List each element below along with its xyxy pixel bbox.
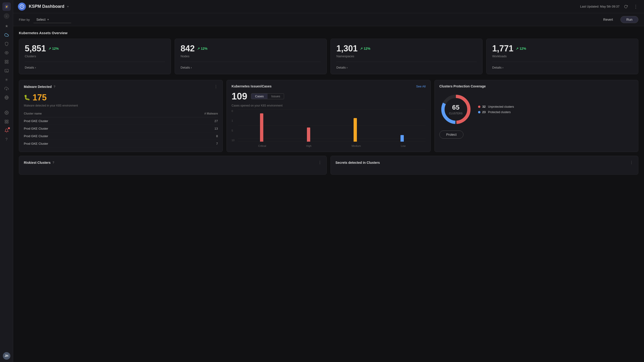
- nav-icon-shield[interactable]: [3, 40, 10, 48]
- secrets-more-button[interactable]: ⋮: [630, 160, 634, 165]
- malware-table-row: Prod GKE Cluster7: [24, 140, 218, 148]
- nav-icon-eye[interactable]: [3, 49, 10, 56]
- kubernetes-assets-title: Kubernetes Assets Overview: [19, 31, 638, 35]
- dashboard-icon: [18, 2, 26, 10]
- bar-critical: [260, 113, 263, 142]
- asset-clusters-name: Clusters: [25, 54, 165, 58]
- bar-high: [307, 128, 310, 142]
- svg-rect-4: [7, 60, 8, 61]
- donut-center-number: 65: [449, 104, 462, 111]
- tab-issues[interactable]: Issues: [268, 94, 284, 99]
- title-chevron[interactable]: ▾: [67, 5, 68, 8]
- malware-count-cell: 7: [148, 140, 218, 148]
- nodes-trend: ↗ 12%: [197, 47, 208, 50]
- card-divider: [25, 62, 165, 62]
- x-label-low: Low: [401, 144, 406, 147]
- asset-workloads-name: Workloads: [492, 54, 632, 58]
- card-divider: [492, 62, 632, 62]
- asset-card-clusters: 5,851 ↗ 12% Clusters Details ›: [19, 39, 171, 74]
- asset-card-workloads: 1,771 ↗ 12% Workloads Details ›: [486, 39, 638, 74]
- protected-count: 23: [482, 110, 486, 114]
- nav-icon-grid[interactable]: [3, 118, 10, 126]
- legend-item-protected: 23 Protected clusters: [478, 110, 514, 114]
- nodes-details-link[interactable]: Details ›: [180, 66, 321, 69]
- chart-x-labels: Critical High Medium Low: [238, 144, 426, 147]
- k8s-issues-panel: Kubernetes Issues\Cases See All 109 Case…: [226, 80, 430, 152]
- malware-bug-icon: 🐛: [24, 94, 30, 101]
- secrets-header: Secrets detected in Clusters ⋮: [336, 160, 634, 165]
- clusters-trend: ↗ 12%: [48, 47, 59, 50]
- run-button[interactable]: Run: [620, 16, 638, 23]
- x-label-critical: Critical: [258, 144, 266, 147]
- nav-icon-puzzle[interactable]: [3, 58, 10, 66]
- top-bar: KSPM Dashboard ▾ Last Updated: May 5th 0…: [13, 0, 644, 13]
- unprotected-label: Unprotected clusters: [488, 105, 514, 108]
- nav-icon-terminal[interactable]: [3, 67, 10, 74]
- riskiest-clusters-header: Riskiest Clusters ? ⋮: [24, 160, 322, 165]
- svg-rect-17: [7, 122, 8, 123]
- nav-icon-settings[interactable]: [3, 109, 10, 116]
- svg-rect-6: [7, 62, 8, 64]
- workloads-details-link[interactable]: Details ›: [492, 66, 632, 69]
- assets-grid: 5,851 ↗ 12% Clusters Details › 842 ↗ 12%…: [19, 39, 638, 74]
- namespaces-trend: ↗ 12%: [360, 47, 370, 50]
- asset-namespaces-value: 1,301 ↗ 12%: [336, 44, 477, 54]
- nav-icon-cloud[interactable]: [3, 31, 10, 39]
- bar-chart: 10 5 1 0: [232, 110, 426, 147]
- sidebar-expand-button[interactable]: ›: [4, 13, 10, 19]
- svg-rect-14: [5, 120, 6, 121]
- asset-workloads-value: 1,771 ↗ 12%: [492, 44, 632, 54]
- nav-icon-home[interactable]: ★: [3, 22, 10, 30]
- asset-nodes-name: Nodes: [180, 54, 321, 58]
- tab-cases[interactable]: Cases: [251, 94, 268, 99]
- k8s-issues-header: Kubernetes Issues\Cases See All: [232, 84, 426, 88]
- see-all-link[interactable]: See All: [416, 84, 426, 88]
- riskiest-clusters-panel: Riskiest Clusters ? ⋮: [19, 156, 327, 175]
- revert-button[interactable]: Revert: [600, 16, 617, 23]
- unprotected-count: 32: [482, 105, 486, 108]
- dashboard-body: Kubernetes Assets Overview 5,851 ↗ 12% C…: [13, 26, 644, 362]
- malware-panel: Malware Detected ? ⋮ 🐛 175 Malware detec…: [19, 80, 223, 152]
- protected-label: Protected clusters: [488, 110, 510, 114]
- filter-bar: Filter by Select ▾ Revert Run: [13, 13, 644, 26]
- riskiest-more-button[interactable]: ⋮: [318, 160, 322, 165]
- malware-more-button[interactable]: ⋮: [214, 84, 218, 89]
- riskiest-help-icon[interactable]: ?: [52, 161, 54, 164]
- clusters-details-link[interactable]: Details ›: [25, 66, 165, 69]
- nav-icon-download[interactable]: [3, 85, 10, 92]
- refresh-button[interactable]: [622, 3, 630, 10]
- filter-select-dropdown[interactable]: Select ▾: [34, 16, 71, 23]
- x-label-high: High: [306, 144, 312, 147]
- svg-rect-5: [5, 62, 6, 64]
- coverage-panel: Clusters Protection Coverage: [434, 80, 638, 152]
- k8s-issues-title: Kubernetes Issues\Cases: [232, 84, 272, 88]
- asset-card-nodes: 842 ↗ 12% Nodes Details ›: [175, 39, 327, 74]
- legend-dot-unprotected: [478, 106, 480, 108]
- coverage-content: 65 CLUSTERS 32 Unprotected clusters: [440, 93, 634, 126]
- donut-center-subtitle: CLUSTERS: [449, 112, 462, 115]
- malware-table-row: Prod GKE Cluster13: [24, 125, 218, 132]
- legend-items: 32 Unprotected clusters 23 Protected clu…: [478, 105, 514, 114]
- malware-count-cell: 27: [148, 117, 218, 125]
- last-updated-value: May 5th 09:37: [600, 5, 620, 8]
- malware-cluster-name: Prod GKE Cluster: [24, 117, 148, 125]
- app-logo[interactable]: ⚡: [2, 2, 11, 11]
- secrets-panel: Secrets detected in Clusters ⋮: [330, 156, 638, 175]
- malware-cluster-name: Prod GKE Cluster: [24, 132, 148, 140]
- protect-button[interactable]: Protect: [440, 130, 464, 138]
- nav-icon-help[interactable]: ?: [3, 136, 10, 143]
- nav-icon-bell[interactable]: [3, 127, 10, 134]
- more-options-button[interactable]: ⋮: [632, 3, 639, 10]
- bar-high-bar: [307, 128, 310, 142]
- bar-medium-bar: [354, 118, 357, 142]
- malware-help-icon[interactable]: ?: [54, 85, 56, 88]
- bar-low: [400, 135, 404, 142]
- user-avatar[interactable]: JH: [3, 352, 10, 360]
- nav-icon-globe[interactable]: [3, 94, 10, 101]
- malware-count-column-header: # Malware: [148, 111, 218, 117]
- bar-critical-bar: [260, 113, 263, 142]
- namespaces-details-link[interactable]: Details ›: [336, 66, 477, 69]
- donut-center: 65 CLUSTERS: [449, 104, 462, 115]
- nav-icon-asterisk[interactable]: ✳: [3, 76, 10, 84]
- malware-count-row: 🐛 175: [24, 92, 218, 102]
